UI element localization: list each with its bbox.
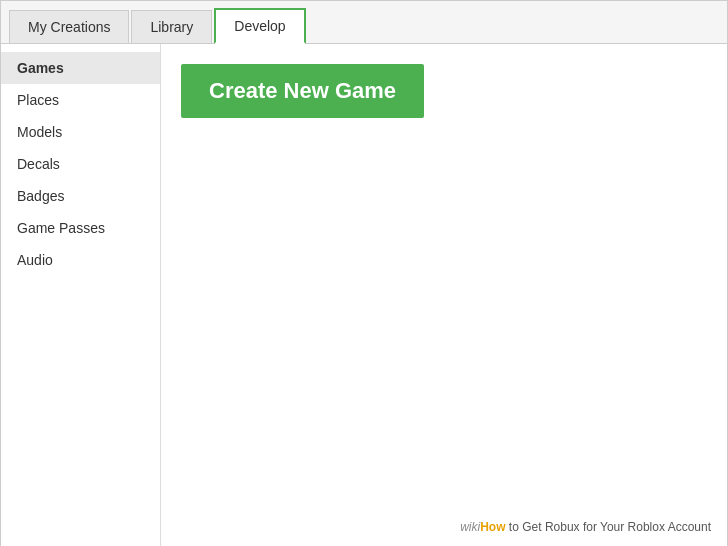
sidebar-item-decals[interactable]: Decals xyxy=(1,148,160,180)
sidebar: Games Places Models Decals Badges Game P… xyxy=(1,44,161,546)
sidebar-item-places[interactable]: Places xyxy=(1,84,160,116)
tab-my-creations[interactable]: My Creations xyxy=(9,10,129,44)
sidebar-item-badges[interactable]: Badges xyxy=(1,180,160,212)
main-content: Create New Game xyxy=(161,44,727,546)
tab-develop[interactable]: Develop xyxy=(214,8,305,44)
page-frame: My Creations Library Develop Games Place… xyxy=(0,0,728,546)
watermark-wiki: wiki xyxy=(460,520,480,534)
sidebar-item-game-passes[interactable]: Game Passes xyxy=(1,212,160,244)
sidebar-item-games[interactable]: Games xyxy=(1,52,160,84)
sidebar-item-audio[interactable]: Audio xyxy=(1,244,160,276)
watermark-how: How xyxy=(480,520,505,534)
watermark-text: to Get Robux for Your Roblox Account xyxy=(506,520,711,534)
tab-bar: My Creations Library Develop xyxy=(1,1,727,44)
wikihow-watermark: wikiHow to Get Robux for Your Roblox Acc… xyxy=(454,517,717,537)
create-new-game-button[interactable]: Create New Game xyxy=(181,64,424,118)
tab-library[interactable]: Library xyxy=(131,10,212,44)
content-area: Games Places Models Decals Badges Game P… xyxy=(1,44,727,546)
sidebar-item-models[interactable]: Models xyxy=(1,116,160,148)
